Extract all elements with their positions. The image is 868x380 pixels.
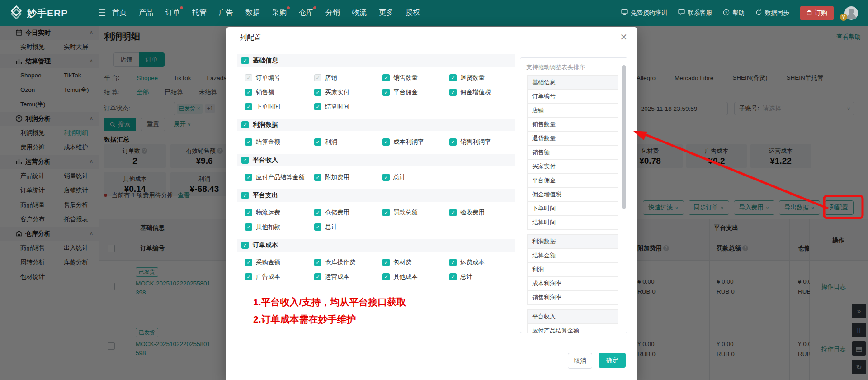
nav-item[interactable]: 更多: [379, 8, 393, 18]
main-nav-menu: 首页产品订单托管广告数据采购仓库分销物流更多授权: [112, 8, 420, 18]
drag-item-结算时间[interactable]: 结算时间: [527, 215, 618, 230]
checkbox-checked-icon: ✓: [245, 174, 252, 181]
checkbox-checked-icon: ✓: [382, 74, 390, 81]
column-option-罚款总额[interactable]: ✓罚款总额: [382, 208, 449, 218]
drag-item-销售利润率[interactable]: 销售利润率: [527, 290, 618, 305]
subscribe-button[interactable]: 订购: [800, 6, 834, 20]
column-option-应付产品结算金额[interactable]: ✓应付产品结算金额: [245, 172, 314, 182]
confirm-button[interactable]: 确定: [599, 353, 626, 368]
close-icon[interactable]: ✕: [620, 32, 627, 43]
drag-hint: 支持拖动调整表头排序: [526, 63, 623, 71]
modal-section-利润数据[interactable]: ✓利润数据: [237, 119, 515, 131]
drag-item-下单时间[interactable]: 下单时间: [527, 201, 618, 216]
nav-util[interactable]: 数据同步: [755, 9, 789, 17]
modal-section-平台收入[interactable]: ✓平台收入: [237, 154, 515, 166]
sync-icon: [755, 9, 762, 17]
nav-item[interactable]: 托管: [192, 8, 207, 18]
top-navbar: 妙手ERP ☰ 首页产品订单托管广告数据采购仓库分销物流更多授权 免费预约培训联…: [0, 0, 868, 26]
cancel-button[interactable]: 取消: [568, 353, 592, 369]
drag-item-成本利润率[interactable]: 成本利润率: [527, 276, 618, 291]
column-option-销售额[interactable]: ✓销售额: [245, 87, 314, 97]
nav-item[interactable]: 授权: [406, 8, 420, 18]
column-option-仓储费用[interactable]: ✓仓储费用: [314, 208, 382, 218]
checkbox-checked-icon: ✓: [382, 259, 390, 266]
modal-section-基础信息[interactable]: ✓基础信息: [237, 54, 515, 67]
column-option-买家实付[interactable]: ✓买家实付: [314, 87, 382, 97]
nav-item[interactable]: 分销: [326, 8, 340, 18]
column-option-下单时间[interactable]: ✓下单时间: [245, 102, 314, 112]
drag-item-店铺[interactable]: 店铺: [527, 103, 618, 118]
drag-item-利润数据[interactable]: 利润数据: [527, 234, 618, 249]
nav-item[interactable]: 首页: [112, 8, 127, 18]
column-option-结算金额[interactable]: ✓结算金额: [245, 137, 314, 147]
checkbox-checked-icon[interactable]: ✓: [241, 242, 249, 249]
nav-item[interactable]: 产品: [139, 8, 153, 18]
column-option-平台佣金[interactable]: ✓平台佣金: [382, 87, 449, 97]
column-option-附加费用[interactable]: ✓附加费用: [314, 172, 382, 182]
column-option-广告成本[interactable]: ✓广告成本: [245, 272, 314, 282]
drag-item-基础信息[interactable]: 基础信息: [527, 75, 618, 90]
drag-item-利润[interactable]: 利润: [527, 262, 618, 277]
column-option-成本利润率[interactable]: ✓成本利润率: [382, 137, 449, 147]
column-option-销售利润率[interactable]: ✓销售利润率: [449, 137, 522, 147]
column-option-利润[interactable]: ✓利润: [314, 137, 382, 147]
drag-item-销售额[interactable]: 销售额: [527, 145, 618, 160]
nav-item[interactable]: 广告: [219, 8, 233, 18]
nav-item[interactable]: 订单: [165, 8, 180, 18]
column-option-总计[interactable]: ✓总计: [382, 172, 449, 182]
column-option-包材费[interactable]: ✓包材费: [382, 257, 449, 267]
nav-item[interactable]: 采购: [272, 8, 287, 18]
column-option-运费成本[interactable]: ✓运费成本: [449, 257, 522, 267]
drag-item-佣金增值税[interactable]: 佣金增值税: [527, 187, 618, 202]
modal-section-平台支出[interactable]: ✓平台支出: [237, 189, 515, 202]
checkbox-checked-icon: ✓: [245, 259, 252, 266]
column-option-订单编号[interactable]: ✓订单编号: [245, 73, 314, 83]
column-option-运营成本[interactable]: ✓运营成本: [314, 272, 382, 282]
column-option-验收费用[interactable]: ✓验收费用: [449, 208, 522, 218]
drag-item-结算金额[interactable]: 结算金额: [527, 248, 618, 263]
drag-item-平台收入[interactable]: 平台收入: [527, 309, 618, 324]
nav-util[interactable]: 联系客服: [678, 9, 712, 17]
annotation-note-line1: 1.平台收入/支持，均从平台接口获取: [253, 294, 515, 311]
brand-logo-icon: [9, 5, 24, 21]
nav-item[interactable]: 物流: [352, 8, 367, 18]
checkbox-checked-icon[interactable]: ✓: [241, 57, 249, 64]
column-option-总计[interactable]: ✓总计: [314, 222, 382, 232]
drag-item-应付产品结算金额[interactable]: 应付产品结算金额: [527, 323, 618, 333]
column-option-退货数量[interactable]: ✓退货数量: [449, 73, 522, 83]
column-option-其他成本[interactable]: ✓其他成本: [382, 272, 449, 282]
drag-item-销售数量[interactable]: 销售数量: [527, 117, 618, 132]
modal-section-订单成本[interactable]: ✓订单成本: [237, 239, 515, 252]
svg-text:?: ?: [725, 10, 727, 14]
checkbox-checked-icon: ✓: [382, 209, 390, 216]
column-option-采购金额[interactable]: ✓采购金额: [245, 257, 314, 267]
checkbox-checked-icon: ✓: [314, 89, 321, 96]
drag-item-退货数量[interactable]: 退货数量: [527, 131, 618, 146]
column-option-仓库操作费[interactable]: ✓仓库操作费: [314, 257, 382, 267]
drag-item-平台佣金[interactable]: 平台佣金: [527, 173, 618, 188]
checkbox-checked-icon[interactable]: ✓: [241, 121, 249, 128]
column-option-销售数量[interactable]: ✓销售数量: [382, 73, 449, 83]
nav-item[interactable]: 仓库: [299, 8, 313, 18]
checkbox-checked-icon: ✓: [449, 89, 457, 96]
hamburger-menu-icon[interactable]: ☰: [98, 8, 106, 18]
nav-util[interactable]: ?帮助: [723, 9, 745, 17]
checkbox-checked-icon[interactable]: ✓: [241, 192, 249, 199]
checkbox-checked-icon[interactable]: ✓: [241, 157, 249, 164]
utility-links: 免费预约培训联系客服?帮助数据同步: [621, 9, 789, 17]
column-option-物流运费[interactable]: ✓物流运费: [245, 208, 314, 218]
column-option-总计[interactable]: ✓总计: [449, 272, 522, 282]
column-option-其他扣款[interactable]: ✓其他扣款: [245, 222, 314, 232]
nav-util[interactable]: 免费预约培训: [621, 9, 667, 17]
column-option-佣金增值税[interactable]: ✓佣金增值税: [449, 87, 522, 97]
brand[interactable]: 妙手ERP: [0, 5, 97, 21]
checkbox-checked-icon: ✓: [314, 174, 321, 181]
notification-dot-icon: [287, 6, 290, 10]
nav-item[interactable]: 数据: [245, 8, 260, 18]
drag-item-买家实付[interactable]: 买家实付: [527, 159, 618, 174]
drag-item-订单编号[interactable]: 订单编号: [527, 89, 618, 104]
scrollbar-thumb[interactable]: [622, 65, 626, 209]
avatar[interactable]: V: [844, 6, 858, 20]
column-option-店铺[interactable]: ✓店铺: [314, 73, 382, 83]
column-option-结算时间[interactable]: ✓结算时间: [314, 102, 382, 112]
